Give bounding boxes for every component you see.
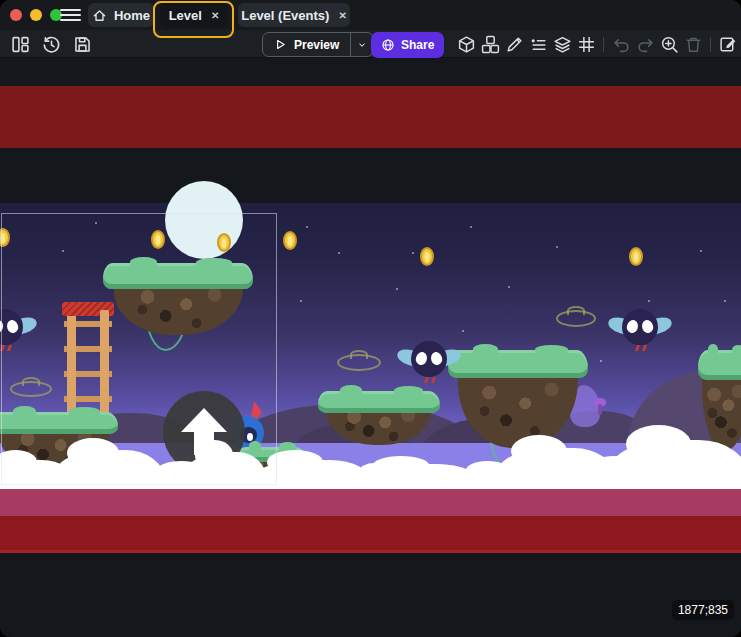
tab-home[interactable]: Home	[88, 3, 154, 27]
bat-claw	[424, 377, 429, 383]
pink-ground-band	[0, 489, 741, 516]
tab-close-icon[interactable]: ✕	[338, 10, 346, 21]
tab-level-events[interactable]: Level (Events) ✕	[238, 3, 350, 27]
star-dot	[648, 300, 650, 302]
zoom-in-button[interactable]	[657, 32, 681, 56]
coin-sprite[interactable]	[151, 230, 165, 249]
ufo-dome	[567, 306, 585, 315]
share-button[interactable]: Share	[371, 32, 444, 58]
island-sprite[interactable]	[698, 350, 741, 450]
star-dot	[306, 226, 308, 228]
flora-mushroom-sprite[interactable]	[594, 398, 606, 415]
coin-sprite[interactable]	[420, 247, 434, 266]
ufo-sprite[interactable]	[556, 310, 596, 327]
star-dot	[700, 250, 702, 252]
grid-icon	[577, 35, 596, 54]
island-rocks	[702, 373, 741, 450]
grid-options-button[interactable]	[574, 32, 598, 56]
zoom-in-icon	[660, 35, 679, 54]
history-icon	[42, 35, 61, 54]
moon-sprite[interactable]	[165, 181, 243, 259]
redo-button[interactable]	[633, 32, 657, 56]
star-dot	[300, 300, 302, 302]
star-dot	[396, 288, 398, 290]
coin-slot	[425, 252, 430, 262]
project-manager-button[interactable]	[8, 32, 32, 56]
objects-panel-button[interactable]	[454, 32, 478, 56]
edit-scene-events-button[interactable]	[716, 32, 740, 56]
island-rocks	[458, 371, 578, 448]
island-sprite[interactable]	[103, 263, 253, 335]
star-dot	[600, 360, 602, 362]
delete-button[interactable]	[681, 32, 705, 56]
coin-sprite[interactable]	[629, 247, 643, 266]
redo-icon	[636, 35, 655, 54]
scene-canvas[interactable]: 1877;835	[0, 0, 741, 637]
instances-list-button[interactable]	[526, 32, 550, 56]
star-dot	[338, 252, 340, 254]
star-dot	[724, 300, 726, 302]
ufo-dome	[350, 350, 368, 359]
save-icon	[73, 35, 92, 54]
island-grass	[448, 350, 588, 378]
tab-label: Level (Events)	[241, 8, 329, 23]
undo-button[interactable]	[609, 32, 633, 56]
island-sprite[interactable]	[318, 391, 440, 445]
coin-slot	[222, 238, 227, 248]
ufo-sprite[interactable]	[337, 354, 381, 371]
island-rocks	[114, 282, 243, 335]
project-manager-icon	[11, 35, 30, 54]
preview-options-dropdown[interactable]	[350, 33, 373, 56]
main-menu-button[interactable]	[60, 5, 86, 25]
toolbar-right-group	[454, 32, 740, 56]
pencil-icon	[505, 35, 524, 54]
close-window-button[interactable]	[10, 9, 22, 21]
bat-sprite[interactable]	[400, 340, 458, 384]
tab-bar: Home Level ✕ Level (Events) ✕	[0, 0, 741, 30]
tab-close-icon[interactable]: ✕	[211, 10, 219, 21]
cursor-coordinates-badge: 1877;835	[672, 600, 734, 620]
minimize-window-button[interactable]	[30, 9, 42, 21]
island-grass	[318, 391, 440, 413]
object-groups-button[interactable]	[478, 32, 502, 56]
edit-object-button[interactable]	[502, 32, 526, 56]
star-dot	[508, 286, 510, 288]
share-label: Share	[401, 38, 434, 52]
coin-sprite[interactable]	[217, 233, 231, 252]
preview-button[interactable]: Preview	[263, 33, 350, 56]
coin-slot	[634, 252, 639, 262]
preview-label: Preview	[294, 38, 339, 52]
bat-claw	[0, 345, 5, 351]
coin-sprite[interactable]	[283, 231, 297, 250]
cube-icon	[457, 35, 476, 54]
home-icon	[92, 8, 107, 23]
coin-slot	[1, 233, 6, 243]
star-dot	[470, 226, 472, 228]
bat-claw	[7, 345, 12, 351]
edit-events-icon	[719, 35, 738, 54]
island-sprite[interactable]	[448, 350, 588, 448]
player-eye	[247, 433, 253, 441]
toolbar-divider	[603, 37, 604, 52]
bat-sprite[interactable]	[611, 308, 669, 352]
tab-label: Home	[114, 8, 150, 23]
star-dot	[462, 330, 464, 332]
editor-toolbar: Preview Share	[0, 30, 741, 58]
app-window: 1877;835 Home Level ✕ Level (Events) ✕	[0, 0, 741, 637]
undo-icon	[612, 35, 631, 54]
bat-sprite[interactable]	[0, 308, 34, 352]
save-button[interactable]	[70, 32, 94, 56]
layers-icon	[553, 35, 572, 54]
island-grass	[0, 412, 118, 434]
island-grass	[698, 350, 741, 380]
ufo-dome	[22, 377, 40, 386]
red-band-top	[0, 86, 741, 148]
star-dot	[62, 250, 64, 252]
history-button[interactable]	[39, 32, 63, 56]
layers-button[interactable]	[550, 32, 574, 56]
hamburger-icon	[60, 9, 86, 21]
bat-claw	[431, 377, 436, 383]
window-controls	[10, 9, 62, 21]
tab-level[interactable]: Level ✕	[160, 3, 228, 27]
ufo-sprite[interactable]	[10, 381, 52, 397]
